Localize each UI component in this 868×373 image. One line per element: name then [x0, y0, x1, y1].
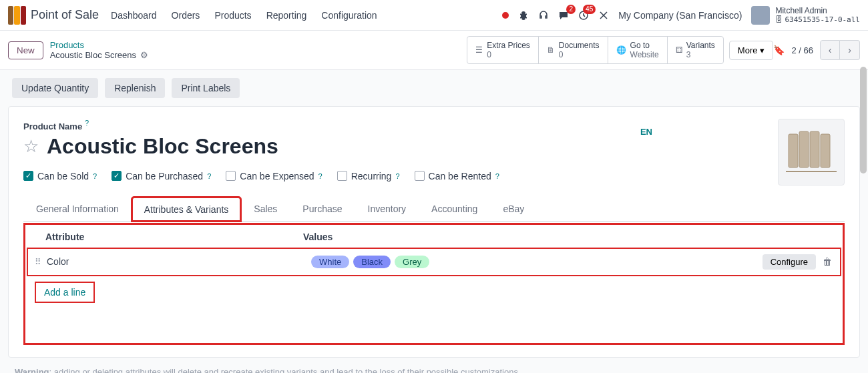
messages-badge: 2	[566, 5, 576, 14]
tab-attributes[interactable]: Attributes & Variants	[132, 197, 242, 222]
value-pill-white[interactable]: White	[311, 256, 349, 268]
attribute-row[interactable]: ⠿ Color White Black Grey Configure 🗑	[28, 249, 840, 275]
tab-inventory[interactable]: Inventory	[355, 196, 419, 221]
can-be-expensed-checkbox[interactable]	[226, 171, 236, 181]
svg-rect-3	[810, 131, 819, 167]
attributes-area: Attribute Values ⠿ Color White Black Gre…	[23, 223, 845, 345]
more-button[interactable]: More▾	[729, 41, 774, 60]
help-icon[interactable]: ?	[207, 172, 211, 180]
pager-text[interactable]: 2 / 66	[791, 45, 813, 55]
update-quantity-button[interactable]: Update Quantity	[12, 78, 98, 98]
activities-icon[interactable]: 45	[578, 10, 589, 21]
svg-rect-1	[789, 134, 798, 167]
nav-menu: Dashboard Orders Products Reporting Conf…	[111, 10, 377, 21]
app-title: Point of Sale	[31, 8, 99, 22]
product-name-label: Product Name	[23, 121, 82, 131]
help-icon[interactable]: ?	[85, 119, 89, 127]
globe-icon: 🌐	[616, 45, 626, 55]
headset-icon[interactable]	[538, 10, 549, 21]
can-be-purchased-checkbox[interactable]: ✓	[112, 171, 122, 181]
can-be-sold-checkbox[interactable]: ✓	[23, 171, 33, 181]
activities-badge: 45	[583, 5, 596, 14]
help-icon[interactable]: ?	[395, 172, 399, 180]
value-pill-grey[interactable]: Grey	[395, 256, 429, 268]
attribute-name[interactable]: Color	[47, 256, 311, 267]
favorite-star[interactable]: ☆	[23, 136, 39, 157]
database-name: 63451535-17-0-all	[785, 15, 860, 25]
help-icon[interactable]: ?	[93, 172, 97, 180]
pager-prev[interactable]: ‹	[820, 40, 840, 60]
nav-configuration[interactable]: Configuration	[321, 10, 377, 21]
action-bar: Update Quantity Replenish Print Labels	[0, 70, 868, 106]
tab-general[interactable]: General Information	[23, 196, 132, 221]
topnav-right: 2 45 My Company (San Francisco) Mitchell…	[502, 6, 860, 25]
sitemap-icon: ⚃	[676, 45, 682, 55]
product-title[interactable]: Acoustic Bloc Screens	[47, 134, 278, 159]
drag-handle-icon[interactable]: ⠿	[35, 257, 47, 267]
add-line-button[interactable]: Add a line	[44, 287, 85, 298]
svg-rect-4	[821, 134, 830, 167]
bookmark-icon[interactable]: 🔖	[773, 45, 785, 55]
avatar	[751, 6, 770, 25]
recurring-checkbox[interactable]	[337, 171, 347, 181]
nav-reporting[interactable]: Reporting	[266, 10, 307, 21]
database-icon: 🗄	[775, 15, 783, 25]
chevron-down-icon: ▾	[760, 45, 765, 55]
tools-icon[interactable]	[598, 10, 609, 21]
stat-extra-prices[interactable]: ☰ Extra Prices0	[467, 37, 539, 63]
record-dot-icon[interactable]	[502, 12, 509, 19]
product-image[interactable]	[778, 119, 845, 185]
tab-sales[interactable]: Sales	[241, 196, 290, 221]
warning-text: Warning: adding or deleting attributes w…	[15, 367, 853, 373]
nav-orders[interactable]: Orders	[172, 10, 200, 21]
print-labels-button[interactable]: Print Labels	[172, 78, 240, 98]
top-nav: Point of Sale Dashboard Orders Products …	[0, 0, 868, 31]
col-attribute: Attribute	[36, 232, 303, 242]
attribute-values[interactable]: White Black Grey	[311, 256, 763, 268]
col-values: Values	[303, 232, 832, 242]
tabs: General Information Attributes & Variant…	[23, 196, 845, 222]
list-icon: ☰	[475, 45, 483, 55]
nav-products[interactable]: Products	[214, 10, 251, 21]
pager-next[interactable]: ›	[840, 40, 860, 60]
user-name: Mitchell Admin	[775, 6, 860, 15]
gear-icon[interactable]: ⚙	[140, 50, 148, 60]
replenish-button[interactable]: Replenish	[105, 78, 165, 98]
app-logo[interactable]	[8, 6, 27, 25]
tab-purchase[interactable]: Purchase	[290, 196, 355, 221]
company-selector[interactable]: My Company (San Francisco)	[618, 10, 742, 21]
tab-ebay[interactable]: eBay	[490, 196, 537, 221]
control-bar: New Products Acoustic Bloc Screens ⚙ ☰ E…	[0, 31, 868, 70]
messages-icon[interactable]: 2	[558, 10, 569, 21]
user-menu[interactable]: Mitchell Admin 🗄63451535-17-0-all	[751, 6, 860, 25]
delete-icon[interactable]: 🗑	[823, 256, 833, 267]
tab-accounting[interactable]: Accounting	[419, 196, 490, 221]
can-be-rented-checkbox[interactable]	[415, 171, 425, 181]
configure-button[interactable]: Configure	[763, 254, 816, 270]
document-icon: 🗎	[547, 45, 555, 55]
stat-website[interactable]: 🌐 Go toWebsite	[608, 37, 668, 63]
help-icon[interactable]: ?	[318, 172, 322, 180]
language-badge[interactable]: EN	[640, 127, 652, 137]
stat-documents[interactable]: 🗎 Documents0	[539, 37, 608, 63]
form-sheet: Product Name ? ☆ Acoustic Bloc Screens E…	[8, 106, 860, 358]
nav-dashboard[interactable]: Dashboard	[111, 10, 157, 21]
svg-rect-2	[799, 131, 809, 167]
bug-icon[interactable]	[518, 10, 529, 21]
stat-buttons: ☰ Extra Prices0 🗎 Documents0 🌐 Go toWebs…	[467, 36, 724, 64]
stat-variants[interactable]: ⚃ Variants3	[668, 37, 723, 63]
breadcrumb: Products Acoustic Bloc Screens ⚙	[50, 40, 148, 60]
scrollbar[interactable]	[860, 67, 867, 173]
breadcrumb-parent[interactable]: Products	[50, 40, 148, 50]
value-pill-black[interactable]: Black	[353, 256, 391, 268]
breadcrumb-current: Acoustic Bloc Screens	[50, 50, 136, 60]
new-button[interactable]: New	[8, 41, 43, 59]
help-icon[interactable]: ?	[495, 172, 499, 180]
